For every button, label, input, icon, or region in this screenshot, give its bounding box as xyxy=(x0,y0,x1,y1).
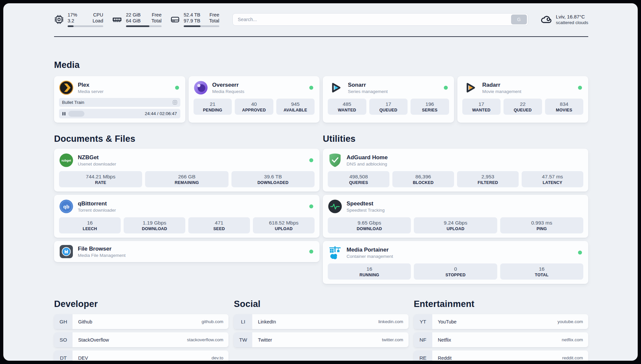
app-card-nzbget[interactable]: nzbget NZBGet Usenet downloader 744.21 M… xyxy=(54,149,320,192)
bookmark-reddit[interactable]: RE Reddit reddit.com xyxy=(414,350,588,361)
memory-label-2: Total xyxy=(151,18,162,24)
bookmark-github[interactable]: GH Github github.com xyxy=(54,314,229,329)
app-card-qbittorrent[interactable]: qb qBittorrent Torrent downloader 16LEEC… xyxy=(54,195,320,238)
app-card-radarr[interactable]: Radarr Movie management 17WANTED 22QUEUE… xyxy=(457,76,589,123)
stat-total: 16TOTAL xyxy=(500,263,583,280)
cloud-icon xyxy=(539,14,552,25)
stat-download: 1.19 GbpsDOWNLOAD xyxy=(124,217,185,233)
stat-wanted: 17WANTED xyxy=(462,99,501,115)
bookmark-abbr: NF xyxy=(414,332,432,347)
radarr-icon xyxy=(462,80,478,95)
app-card-adguard[interactable]: AdGuard Home DNS and adblocking 498,508Q… xyxy=(323,149,588,192)
status-dot xyxy=(309,158,313,162)
player-progress-row: 24:44 / 02:06:47 xyxy=(59,109,180,118)
stat-rate: 744.21 MbpsRATE xyxy=(59,171,142,187)
cpu-percent: 17% xyxy=(68,12,77,18)
disk-widget: 52.4 TB 97.9 TB Free Total xyxy=(170,12,219,27)
app-subtitle: Media File Management xyxy=(78,253,305,258)
app-card-sonarr[interactable]: Sonarr Series management 485WANTED 17QUE… xyxy=(323,76,454,123)
app-name: AdGuard Home xyxy=(347,154,583,161)
disk-progress-bar xyxy=(184,25,219,27)
section-title-documents: Documents & Files xyxy=(54,134,320,144)
app-subtitle: Movie management xyxy=(482,89,574,94)
qbittorrent-icon: qb xyxy=(59,199,74,214)
bookmark-dev[interactable]: DT DEV dev.to xyxy=(54,350,229,361)
bookmark-url: linkedin.com xyxy=(379,319,403,324)
bookmarks-social: Social LI LinkedIn linkedin.com TW Twitt… xyxy=(234,299,408,347)
app-card-filebrowser[interactable]: File Browser Media File Management xyxy=(54,241,320,262)
disk-total: 97.9 TB xyxy=(184,18,200,24)
bookmark-name: YouTube xyxy=(438,319,558,324)
bookmark-stackoverflow[interactable]: SO StackOverflow stackoverflow.com xyxy=(54,332,229,347)
section-title-utilities: Utilities xyxy=(323,134,588,144)
bookmark-abbr: LI xyxy=(234,314,252,329)
memory-label-1: Free xyxy=(151,12,162,18)
app-card-speedtest[interactable]: Speedtest Speedtest Tracking 9.65 GbpsDO… xyxy=(323,195,588,238)
pause-icon[interactable] xyxy=(62,111,66,116)
app-name: Radarr xyxy=(482,81,574,88)
stat-upload: 618.52 MbpsUPLOAD xyxy=(253,217,315,233)
stat-queued: 22QUEUED xyxy=(504,99,542,115)
status-dot xyxy=(444,86,448,90)
bookmark-name: LinkedIn xyxy=(258,319,378,324)
bookmark-name: Reddit xyxy=(438,355,562,361)
stat-remaining: 266 GBREMAINING xyxy=(145,171,228,187)
bookmark-netflix[interactable]: NF Netflix netflix.com xyxy=(414,332,588,347)
bookmark-url: dev.to xyxy=(212,355,224,360)
svg-text:qb: qb xyxy=(63,204,69,209)
bookmark-name: Netflix xyxy=(438,337,562,343)
bookmark-name: DEV xyxy=(78,355,212,361)
stat-running: 16RUNNING xyxy=(328,263,411,280)
bookmark-url: github.com xyxy=(201,319,223,324)
dashboard-page: 17% 3.2 CPU Load xyxy=(3,3,638,361)
svg-text:nzbget: nzbget xyxy=(62,159,71,162)
bookmark-abbr: GH xyxy=(54,314,73,329)
stat-ping: 0.993 msPING xyxy=(500,217,583,233)
bookmark-name: Twitter xyxy=(258,337,382,343)
cpu-load-avg: 3.2 xyxy=(68,18,77,24)
cpu-label-1: CPU xyxy=(93,12,103,18)
app-card-overseerr[interactable]: Overseerr Media Requests 21PENDING 40APP… xyxy=(189,76,320,123)
search-engine-button[interactable]: G xyxy=(511,15,527,24)
stat-available: 945AVAILABLE xyxy=(276,99,315,115)
bookmark-twitter[interactable]: TW Twitter twitter.com xyxy=(234,332,408,347)
search-bar: G xyxy=(232,13,528,26)
app-card-plex[interactable]: Plex Media server Bullet Train xyxy=(54,76,185,123)
stat-approved: 40APPROVED xyxy=(235,99,273,115)
stat-download: 9.65 GbpsDOWNLOAD xyxy=(328,217,411,233)
utilities-column: Utilities AdGuard Home DNS and adb xyxy=(323,134,588,284)
now-playing-title: Bullet Train xyxy=(62,100,172,105)
status-dot xyxy=(578,86,582,90)
app-subtitle: Container management xyxy=(347,254,574,259)
nzbget-icon: nzbget xyxy=(59,153,74,167)
bookmark-url: stackoverflow.com xyxy=(187,337,223,342)
portainer-icon xyxy=(328,245,342,260)
cpu-widget: 17% 3.2 CPU Load xyxy=(54,12,103,27)
disk-icon xyxy=(170,15,180,24)
cpu-icon xyxy=(54,15,64,24)
weather-location-temp: Lviv, 16.87°C xyxy=(556,14,588,20)
bookmark-url: twitter.com xyxy=(382,337,403,342)
app-subtitle: DNS and adblocking xyxy=(347,161,583,167)
stat-seed: 471SEED xyxy=(188,217,250,233)
app-card-portainer[interactable]: Media Portainer Container management 16R… xyxy=(323,241,588,284)
disk-label-2: Total xyxy=(209,18,219,24)
bookmark-linkedin[interactable]: LI LinkedIn linkedin.com xyxy=(234,314,408,329)
bookmark-url: youtube.com xyxy=(558,319,583,324)
app-name: Media Portainer xyxy=(347,246,574,253)
stat-stopped: 0STOPPED xyxy=(414,263,497,280)
documents-column: Documents & Files nzbget NZBGet Usenet d… xyxy=(54,134,320,284)
media-grid: Plex Media server Bullet Train xyxy=(54,76,588,123)
bookmark-youtube[interactable]: YT YouTube youtube.com xyxy=(414,314,588,329)
top-bar: 17% 3.2 CPU Load xyxy=(54,12,588,27)
speedtest-icon xyxy=(328,199,342,214)
player-progress-track[interactable] xyxy=(68,111,141,117)
app-name: File Browser xyxy=(78,245,305,252)
cpu-progress-bar xyxy=(68,25,103,27)
memory-icon xyxy=(112,15,122,24)
weather-condition: scattered clouds xyxy=(556,20,588,25)
memory-progress-bar xyxy=(126,25,162,27)
bookmark-abbr: YT xyxy=(414,314,432,329)
search-input[interactable] xyxy=(234,17,511,22)
bookmarks-developer: Developer GH Github github.com SO StackO… xyxy=(54,299,229,361)
